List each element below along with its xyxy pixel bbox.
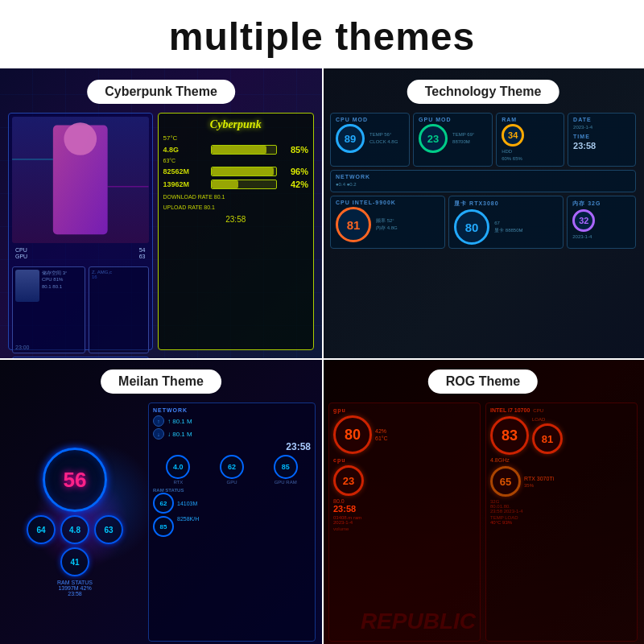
mem2-title: 内存 32G [572, 200, 630, 208]
bar2-bg [211, 167, 278, 176]
rog-gpu-meta: 42% 61°C [375, 428, 388, 441]
cyberpunk-panel: Cyberpunk Theme [0, 68, 322, 358]
upload-row: UPLOAD RATE 80.1 [163, 204, 309, 210]
technology-label: Technology Theme [407, 80, 559, 104]
date-box: DATE 2023-1-4 TIME 23:58 [568, 113, 636, 167]
cpu2-box: CPU INTEL-9900K 81 频率 52° 内存 4.8G [330, 196, 445, 249]
rog-date: 2023-1-4 [333, 520, 476, 525]
load-label: LOAD [532, 417, 563, 422]
net-vals: ●0.4 ●0.2 [336, 181, 630, 188]
gauge-label-2: GPU [226, 480, 237, 485]
rog-load-row: 83 LOAD 81 [490, 416, 633, 455]
gpu2-box: 显卡 RTX3080 80 67 显卡 88850M [448, 196, 564, 249]
cyber-right-panel: Cyberpunk 57°C 4.8G 85% 63°C 82562M [158, 113, 315, 350]
mini-ring-2: 4.8 [60, 515, 89, 544]
gpu-temp: 42% [375, 428, 388, 434]
cpu2-label: INTEL i7 10700 [490, 407, 530, 413]
cyber-character [12, 117, 149, 243]
network-row: NETWORK ●0.4 ●0.2 [330, 170, 636, 192]
mini-ring-4: 41 [60, 547, 89, 576]
gpu-ram-gauge: 85 [153, 516, 174, 537]
cyberpunk-title: Cyberpunk [163, 118, 309, 131]
cpu2-title: CPU INTEL-9900K [336, 200, 440, 205]
character-svg [12, 117, 149, 243]
technology-panel: Technology Theme CPU MOD 89 TEMP 56° CLO… [322, 68, 644, 358]
rog-gpu2-circle: 65 [490, 466, 521, 497]
rog-gpu2-meta: RTX 3070Ti 35% [524, 476, 554, 488]
gpu-ram-val: 8258K/H [177, 516, 199, 537]
rog-time: 23:58 [333, 504, 476, 514]
ram-status-row: RAM STATUS 62 14103M [153, 488, 311, 514]
gauge-label-3: GPU RAM [275, 480, 297, 485]
gpu2-circle: 80 [454, 209, 489, 245]
cyber-panel2: 储存空间 3° CPU 81% 80.1 80.1 23:00 Z. AMG,c… [12, 266, 149, 353]
mem2-box: 内存 32G 32 2023-1-4 [567, 196, 636, 249]
gpu-row: GPU 63 [15, 254, 146, 259]
cyber-left-panel: CPU 54 GPU 63 储存空间 3° [8, 113, 153, 350]
rog-gpu-circle: 80 [333, 415, 372, 454]
vertical-divider [322, 68, 324, 644]
gauge-2: 62 GPU [207, 455, 258, 485]
gpu-label: GPU [15, 254, 27, 259]
meilan-mini-row1: 64 4.8 63 [27, 515, 123, 544]
cyber-panel-right: Z. AMG,c 16 [89, 266, 149, 353]
net-title: NETWORK [336, 174, 630, 180]
bar1-bg [211, 145, 278, 155]
down-icon: ↓ [153, 428, 164, 440]
gpu-val: 63 [139, 254, 146, 259]
gpu2-meta: 67 显卡 88850M [494, 220, 522, 234]
rog-gpu2-row: 65 RTX 3070Ti 35% [490, 466, 633, 497]
bar3-pct: 42% [280, 180, 308, 189]
rog-left-panel: REPUBLIC gpu 80 42% 61°C cpu 23 8 [328, 402, 481, 642]
meilan-main-val: 56 [64, 468, 87, 493]
rog-volume: volume [333, 526, 476, 531]
bar1-fill [212, 146, 266, 154]
gpu-inline: 23 TEMP 69° 88700M [419, 124, 487, 153]
theme-grid: Cyberpunk Theme [0, 68, 644, 644]
ram-gauge: 62 [153, 493, 174, 514]
tech-row2: CPU INTEL-9900K 81 频率 52° 内存 4.8G 显卡 RTX… [330, 196, 636, 249]
net-up: ↑ 80.1 M [167, 418, 192, 425]
up-icon: ↑ [153, 415, 164, 427]
gauge-ring-1: 4.0 [166, 455, 190, 479]
rog-panel: ROG Theme REPUBLIC gpu 80 42% 61°C cpu [322, 358, 644, 644]
bar2-label: 82562M [163, 167, 208, 175]
meilan-right: NETWORK ↑ ↑ 80.1 M ↓ ↓ 80.1 M 23:58 4.0 [148, 402, 316, 642]
cpu2-circle: 81 [336, 207, 371, 242]
rog-cpu-row: 23 [333, 465, 476, 496]
ram-label: RAM STATUS [57, 580, 93, 585]
ram-val-right: 14103M [177, 501, 197, 506]
cpu-mod-title: CPU MOD [336, 117, 404, 122]
gpu2-title: 显卡 RTX3080 [454, 200, 558, 208]
rog-label: ROG Theme [428, 369, 538, 394]
cyber-temp: 57°C [163, 134, 309, 142]
rog-gpu-row: 80 42% 61°C [333, 415, 476, 454]
tech-content: CPU MOD 89 TEMP 56° CLOCK 4.8G GPU MOD [330, 113, 636, 352]
cpu-label: CPU [15, 247, 27, 253]
mini-ring-1: 64 [27, 515, 56, 544]
bar1-row: 4.8G 85% [163, 145, 309, 155]
cpu-val: 54 [139, 247, 146, 253]
bar2-temp: 63°C [163, 158, 309, 163]
svg-point-1 [64, 122, 97, 155]
rog-date2: 23:58 2023-1-4 [490, 509, 633, 514]
gauge-label-1: RTX [173, 480, 183, 485]
cpu-clock: CLOCK 4.8G [369, 138, 398, 146]
pct35: 35% [524, 483, 554, 488]
gpu-mem: 88700M [452, 138, 474, 146]
bar1-label: 4.8G [163, 146, 208, 154]
gpu2-inline: 80 67 显卡 88850M [454, 209, 558, 245]
time-val: 23:58 [573, 141, 630, 151]
cpu-circle: 89 [336, 124, 365, 153]
gpu-temp: TEMP 69° [452, 131, 474, 138]
rog-cpu-circle: 23 [333, 465, 364, 496]
date-val: 2023-1-4 [573, 124, 630, 131]
rog-cpu2-header: INTEL i7 10700 CPU [490, 407, 633, 413]
mem2-circle: 32 [572, 209, 595, 232]
rog-cpu2-meta: LOAD 81 [532, 417, 563, 454]
gauge-1: 4.0 RTX [153, 455, 204, 485]
bar3-bg [211, 180, 278, 189]
cyberpunk-label: Cyberpunk Theme [87, 80, 235, 104]
ram-status: RAM STATUS 13997M 42% 23:58 [57, 580, 93, 597]
ram-val: 13997M 42% [57, 585, 93, 591]
